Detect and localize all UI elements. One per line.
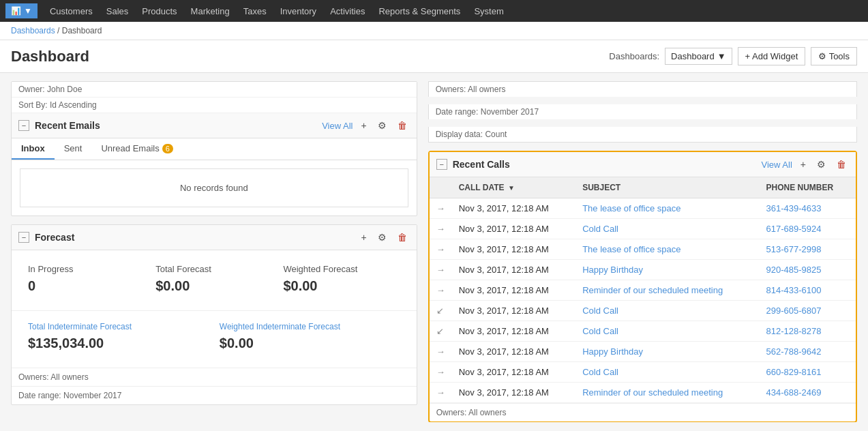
call-phone[interactable]: 434-688-2469 (760, 383, 856, 403)
total-indeterminate-value: $135,034.00 (28, 336, 209, 351)
table-row[interactable]: → Nov 3, 2017, 12:18 AM Reminder of our … (430, 383, 856, 403)
page-title: Dashboard (11, 48, 89, 65)
call-phone[interactable]: 660-829-8161 (760, 362, 856, 383)
table-row[interactable]: → Nov 3, 2017, 12:18 AM The lease of off… (430, 239, 856, 260)
no-records-message: No records found (20, 168, 408, 207)
calls-collapse-button[interactable]: − (436, 159, 447, 170)
call-direction-icon: → (430, 198, 452, 219)
call-date: Nov 3, 2017, 12:18 AM (452, 280, 576, 301)
call-subject[interactable]: The lease of office space (575, 198, 759, 219)
calls-view-all-link[interactable]: View All (762, 160, 792, 170)
recent-calls-header: − Recent Calls View All + ⚙ 🗑 (430, 152, 856, 177)
in-progress-value: 0 (28, 278, 145, 294)
call-subject[interactable]: Cold Call (575, 301, 759, 321)
tab-unread-emails[interactable]: Unread Emails6 (91, 138, 182, 160)
right-panel: Owners: All owners Date range: November … (428, 81, 857, 414)
nav-activities[interactable]: Activities (323, 0, 372, 22)
call-date: Nov 3, 2017, 12:18 AM (452, 362, 576, 383)
tab-inbox[interactable]: Inbox (12, 138, 55, 160)
call-phone[interactable]: 513-677-2998 (760, 239, 856, 260)
emails-delete-button[interactable]: 🗑 (395, 119, 410, 132)
call-phone[interactable]: 562-788-9642 (760, 342, 856, 362)
call-date: Nov 3, 2017, 12:18 AM (452, 219, 576, 239)
top-navigation: 📊 ▼ Customers Sales Products Marketing T… (0, 0, 868, 22)
call-phone[interactable]: 361-439-4633 (760, 198, 856, 219)
emails-collapse-button[interactable]: − (18, 120, 29, 131)
main-content: Owner: John Doe Sort By: Id Ascending − … (0, 73, 868, 422)
call-direction-icon: ↙ (430, 301, 452, 321)
table-row[interactable]: → Nov 3, 2017, 12:18 AM Happy Birthday 5… (430, 342, 856, 362)
total-forecast-label: Total Forecast (155, 264, 272, 274)
forecast-delete-button[interactable]: 🗑 (395, 231, 410, 244)
left-panel: Owner: John Doe Sort By: Id Ascending − … (11, 81, 417, 414)
tab-sent[interactable]: Sent (55, 138, 92, 160)
table-row[interactable]: → Nov 3, 2017, 12:18 AM Cold Call 617-68… (430, 219, 856, 239)
emails-owner-info: Owner: John Doe (12, 82, 417, 98)
call-subject[interactable]: Reminder of our scheduled meeting (575, 383, 759, 403)
calls-table: CALL DATE ▼ SUBJECT PHONE NUMBER → Nov 3… (430, 177, 856, 403)
calls-top-date: Date range: November 2017 (428, 104, 857, 119)
nav-system[interactable]: System (467, 0, 510, 22)
weighted-indeterminate-label: Weighted Indeterminate Forecast (220, 322, 400, 331)
breadcrumb-dashboards[interactable]: Dashboards (11, 26, 55, 35)
call-phone[interactable]: 617-689-5924 (760, 219, 856, 239)
table-row[interactable]: → Nov 3, 2017, 12:18 AM Reminder of our … (430, 280, 856, 301)
call-phone[interactable]: 920-485-9825 (760, 260, 856, 280)
calls-top-display: Display data: Count (428, 127, 857, 143)
unread-badge: 6 (162, 144, 173, 153)
calls-top-owner: Owners: All owners (428, 81, 857, 97)
calls-settings-button[interactable]: ⚙ (814, 158, 828, 171)
sort-icon: ▼ (508, 184, 515, 192)
call-subject[interactable]: Cold Call (575, 219, 759, 239)
call-direction-icon: ↙ (430, 321, 452, 342)
forecast-collapse-button[interactable]: − (18, 232, 29, 243)
nav-reports-segments[interactable]: Reports & Segments (372, 0, 467, 22)
nav-taxes[interactable]: Taxes (237, 0, 273, 22)
emails-settings-button[interactable]: ⚙ (375, 119, 389, 132)
call-direction-icon: → (430, 280, 452, 301)
tools-button[interactable]: ⚙ Tools (811, 47, 857, 65)
call-subject[interactable]: Happy Birthday (575, 260, 759, 280)
forecast-add-button[interactable]: + (358, 231, 369, 244)
page-header: Dashboard Dashboards: Dashboard ▼ + Add … (0, 40, 868, 73)
emails-view-all-link[interactable]: View All (322, 121, 353, 131)
call-phone[interactable]: 812-128-8278 (760, 321, 856, 342)
col-header-call-date[interactable]: CALL DATE ▼ (452, 177, 576, 198)
table-row[interactable]: ↙ Nov 3, 2017, 12:18 AM Cold Call 812-12… (430, 321, 856, 342)
weighted-forecast-value: $0.00 (283, 278, 400, 294)
nav-inventory[interactable]: Inventory (273, 0, 323, 22)
in-progress-cell: In Progress 0 (23, 258, 150, 299)
nav-marketing[interactable]: Marketing (184, 0, 237, 22)
table-row[interactable]: → Nov 3, 2017, 12:18 AM Cold Call 660-82… (430, 362, 856, 383)
calls-table-container: CALL DATE ▼ SUBJECT PHONE NUMBER → Nov 3… (430, 177, 856, 403)
nav-sales[interactable]: Sales (100, 0, 136, 22)
table-row[interactable]: → Nov 3, 2017, 12:18 AM The lease of off… (430, 198, 856, 219)
call-phone[interactable]: 814-433-6100 (760, 280, 856, 301)
nav-products[interactable]: Products (135, 0, 183, 22)
dashboard-selector[interactable]: Dashboard ▼ (665, 48, 732, 65)
call-subject[interactable]: The lease of office space (575, 239, 759, 260)
call-subject[interactable]: Happy Birthday (575, 342, 759, 362)
chevron-down-icon: ▼ (717, 51, 726, 61)
col-header-subject: SUBJECT (575, 177, 759, 198)
call-subject[interactable]: Reminder of our scheduled meeting (575, 280, 759, 301)
call-phone[interactable]: 299-605-6807 (760, 301, 856, 321)
table-row[interactable]: → Nov 3, 2017, 12:18 AM Happy Birthday 9… (430, 260, 856, 280)
logo-button[interactable]: 📊 ▼ (5, 3, 38, 18)
call-date: Nov 3, 2017, 12:18 AM (452, 239, 576, 260)
breadcrumb: Dashboards / Dashboard (0, 22, 868, 40)
call-date: Nov 3, 2017, 12:18 AM (452, 321, 576, 342)
forecast-settings-button[interactable]: ⚙ (375, 231, 389, 244)
calls-delete-button[interactable]: 🗑 (834, 158, 849, 171)
nav-customers[interactable]: Customers (43, 0, 100, 22)
col-header-phone: PHONE NUMBER (760, 177, 856, 198)
table-row[interactable]: ↙ Nov 3, 2017, 12:18 AM Cold Call 299-60… (430, 301, 856, 321)
emails-add-button[interactable]: + (358, 119, 369, 132)
call-subject[interactable]: Cold Call (575, 321, 759, 342)
call-subject[interactable]: Cold Call (575, 362, 759, 383)
calls-add-button[interactable]: + (798, 158, 809, 171)
add-widget-button[interactable]: + Add Widget (738, 47, 806, 65)
emails-sort-info: Sort By: Id Ascending (12, 98, 417, 113)
emails-header-actions: View All + ⚙ 🗑 (322, 119, 409, 132)
total-indeterminate-label: Total Indeterminate Forecast (28, 322, 209, 331)
